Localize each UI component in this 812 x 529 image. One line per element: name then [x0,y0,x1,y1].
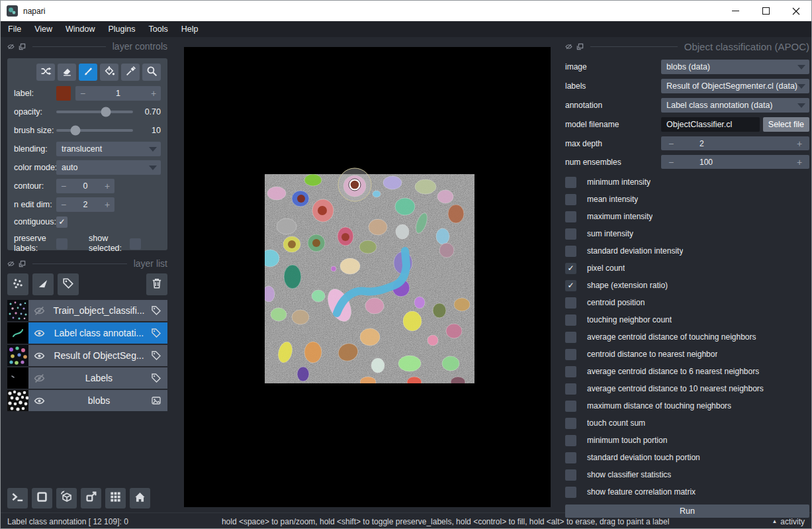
float-dock-icon[interactable] [19,260,26,267]
n-edit-dim-spinbox[interactable]: − 2 + [56,197,114,212]
feature-checkbox[interactable] [565,314,576,326]
fill-tool-button[interactable] [100,64,118,81]
close-button[interactable] [781,1,811,21]
brush-size-slider-handle[interactable] [71,126,81,136]
maximize-button[interactable] [750,1,781,21]
layer-row[interactable]: blobs [7,390,167,411]
grid-button[interactable] [105,488,126,508]
brush-size-slider[interactable] [56,129,133,132]
feature-checkbox[interactable] [565,297,576,309]
erase-tool-button[interactable] [58,64,76,81]
menu-window[interactable]: Window [59,21,101,37]
new-shapes-layer-button[interactable] [32,273,54,295]
eye-hidden-icon[interactable] [34,373,47,384]
zoom-tool-button[interactable] [142,64,161,81]
hide-dock-icon[interactable] [7,43,15,50]
roll-button[interactable] [56,488,77,508]
n-edit-dim-decrement-button[interactable]: − [56,199,71,210]
max-depth-decrement-button[interactable]: − [661,138,681,149]
max-depth-spinbox[interactable]: − 2 + [661,136,809,150]
eye-visible-icon[interactable] [34,395,47,407]
layer-row-body[interactable]: Result of ObjectSeg... [28,345,167,366]
eye-visible-icon[interactable] [34,328,47,339]
delete-layer-button[interactable] [146,273,167,295]
run-button[interactable]: Run [565,505,809,518]
annotation-dropdown[interactable]: Label class annotation (data) [661,98,809,113]
layer-row-body[interactable]: Label class annotati... [28,322,167,344]
feature-checkbox[interactable] [565,366,576,377]
preserve-labels-checkbox[interactable] [56,238,68,250]
hide-dock-icon[interactable] [7,260,15,267]
activity-toggle[interactable]: ▲activity [772,517,805,526]
label-color-swatch[interactable] [56,86,71,101]
select-file-button[interactable]: Select file [763,117,809,132]
feature-checkbox[interactable] [565,211,576,222]
eye-visible-icon[interactable] [34,350,47,361]
float-dock-icon[interactable] [576,43,584,50]
label-decrement-button[interactable]: − [75,88,90,99]
feature-checkbox[interactable] [565,349,576,360]
feature-checkbox[interactable] [565,469,576,481]
hide-dock-icon[interactable] [565,43,572,50]
transpose-button[interactable] [81,488,101,508]
num-ensembles-value[interactable]: 100 [699,158,713,167]
feature-checkbox[interactable] [565,383,576,395]
labels-dropdown[interactable]: Result of ObjectSegmenter.cl (data) [661,79,809,93]
feature-checkbox[interactable]: ✓ [565,263,576,274]
feature-checkbox[interactable] [565,332,576,343]
menu-plugins[interactable]: Plugins [102,21,142,37]
n-edit-dim-increment-button[interactable]: + [100,199,114,210]
layer-row[interactable]: Label class annotati... [7,322,167,344]
n-edit-dim-value[interactable]: 2 [71,200,100,209]
feature-checkbox[interactable] [565,246,576,257]
console-button[interactable] [7,488,28,508]
feature-checkbox[interactable] [565,435,576,446]
eye-hidden-icon[interactable] [34,305,47,316]
opacity-slider[interactable] [56,111,133,113]
feature-checkbox[interactable] [565,228,576,240]
feature-checkbox[interactable]: ✓ [565,280,576,291]
opacity-slider-handle[interactable] [101,107,111,117]
menu-file[interactable]: File [1,21,28,37]
pick-color-tool-button[interactable] [121,64,140,81]
new-labels-layer-button[interactable] [58,273,79,295]
max-depth-value[interactable]: 2 [699,139,704,148]
home-button[interactable] [130,488,150,508]
menu-help[interactable]: Help [175,21,205,37]
contour-decrement-button[interactable]: − [56,181,71,191]
feature-checkbox[interactable] [565,452,576,463]
layer-row[interactable]: Labels [7,367,167,389]
layer-row[interactable]: Train_object_classifi... [7,300,167,321]
layer-row-body[interactable]: Train_object_classifi... [28,300,167,321]
contour-increment-button[interactable]: + [100,181,114,191]
contour-spinbox[interactable]: − 0 + [56,179,114,193]
ndisplay-button[interactable] [32,488,52,508]
num-ensembles-increment-button[interactable]: + [789,157,809,168]
layer-row[interactable]: Result of ObjectSeg... [7,345,167,366]
show-selected-checkbox[interactable] [130,238,141,250]
contiguous-checkbox[interactable]: ✓ [56,216,68,228]
paint-tool-button[interactable] [79,64,97,81]
color-mode-dropdown[interactable]: auto [56,160,161,175]
new-points-layer-button[interactable] [7,273,28,295]
minimize-button[interactable] [720,1,750,21]
feature-checkbox[interactable] [565,177,576,188]
num-ensembles-spinbox[interactable]: − 100 + [661,155,809,169]
contour-value[interactable]: 0 [71,181,100,191]
num-ensembles-decrement-button[interactable]: − [661,157,681,168]
transform-tool-button[interactable] [36,64,55,81]
menu-view[interactable]: View [28,21,59,37]
label-increment-button[interactable]: + [146,88,161,99]
feature-checkbox[interactable] [565,487,576,498]
feature-checkbox[interactable] [565,418,576,429]
label-spinbox[interactable]: − 1 + [75,86,161,101]
layer-row-body[interactable]: blobs [28,390,167,411]
max-depth-increment-button[interactable]: + [789,138,809,149]
model-filename-input[interactable]: ObjectClassifier.cl [661,117,760,132]
feature-checkbox[interactable] [565,401,576,412]
float-dock-icon[interactable] [19,43,26,50]
label-value[interactable]: 1 [90,89,146,98]
layer-row-body[interactable]: Labels [28,367,167,389]
feature-checkbox[interactable] [565,194,576,205]
menu-tools[interactable]: Tools [142,21,175,37]
